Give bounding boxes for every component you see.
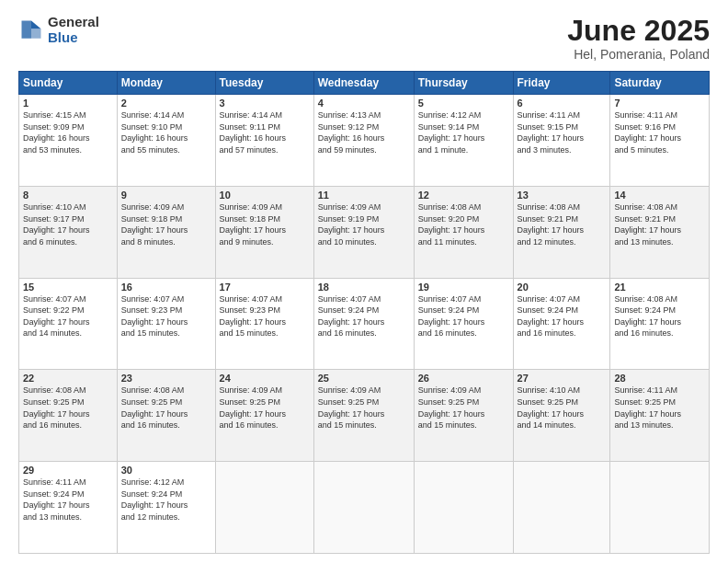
- page: General Blue June 2025 Hel, Pomerania, P…: [0, 0, 728, 563]
- day-info: Sunrise: 4:07 AM Sunset: 9:22 PM Dayligh…: [23, 293, 113, 339]
- calendar-week-row: 8Sunrise: 4:10 AM Sunset: 9:17 PM Daylig…: [19, 186, 710, 278]
- day-number: 21: [614, 282, 705, 293]
- day-info: Sunrise: 4:10 AM Sunset: 9:25 PM Dayligh…: [518, 385, 607, 431]
- day-number: 28: [614, 373, 705, 384]
- table-row: 28Sunrise: 4:11 AM Sunset: 9:25 PM Dayli…: [610, 370, 710, 462]
- logo-text: General Blue: [48, 15, 99, 45]
- table-row: [215, 462, 313, 554]
- day-number: 11: [318, 190, 410, 201]
- calendar-subtitle: Hel, Pomerania, Poland: [567, 47, 710, 62]
- table-row: 29Sunrise: 4:11 AM Sunset: 9:24 PM Dayli…: [19, 462, 118, 554]
- day-number: 1: [23, 98, 113, 109]
- day-info: Sunrise: 4:08 AM Sunset: 9:20 PM Dayligh…: [418, 201, 509, 247]
- day-number: 30: [121, 465, 211, 476]
- table-row: 11Sunrise: 4:09 AM Sunset: 9:19 PM Dayli…: [313, 186, 414, 278]
- table-row: 24Sunrise: 4:09 AM Sunset: 9:25 PM Dayli…: [215, 370, 313, 462]
- day-number: 19: [418, 282, 509, 293]
- table-row: 6Sunrise: 4:11 AM Sunset: 9:15 PM Daylig…: [513, 95, 610, 187]
- calendar-table: Sunday Monday Tuesday Wednesday Thursday…: [18, 71, 710, 554]
- day-number: 26: [418, 373, 509, 384]
- day-number: 17: [220, 282, 310, 293]
- day-info: Sunrise: 4:12 AM Sunset: 9:24 PM Dayligh…: [121, 477, 211, 523]
- table-row: 4Sunrise: 4:13 AM Sunset: 9:12 PM Daylig…: [313, 95, 414, 187]
- day-number: 23: [121, 373, 211, 384]
- day-number: 13: [518, 190, 607, 201]
- day-info: Sunrise: 4:07 AM Sunset: 9:24 PM Dayligh…: [318, 293, 410, 339]
- day-info: Sunrise: 4:07 AM Sunset: 9:24 PM Dayligh…: [518, 293, 607, 339]
- day-number: 15: [23, 282, 113, 293]
- calendar-week-row: 29Sunrise: 4:11 AM Sunset: 9:24 PM Dayli…: [19, 462, 710, 554]
- logo-icon: [18, 17, 44, 43]
- header-saturday: Saturday: [610, 72, 710, 95]
- calendar-week-row: 15Sunrise: 4:07 AM Sunset: 9:22 PM Dayli…: [19, 278, 710, 370]
- header-sunday: Sunday: [19, 72, 118, 95]
- header-monday: Monday: [117, 72, 215, 95]
- day-number: 2: [121, 98, 211, 109]
- table-row: 17Sunrise: 4:07 AM Sunset: 9:23 PM Dayli…: [215, 278, 313, 370]
- svg-marker-1: [31, 29, 41, 39]
- day-number: 3: [220, 98, 310, 109]
- day-number: 9: [121, 190, 211, 201]
- table-row: 20Sunrise: 4:07 AM Sunset: 9:24 PM Dayli…: [513, 278, 610, 370]
- calendar-title: June 2025: [567, 15, 710, 47]
- table-row: 27Sunrise: 4:10 AM Sunset: 9:25 PM Dayli…: [513, 370, 610, 462]
- day-info: Sunrise: 4:09 AM Sunset: 9:25 PM Dayligh…: [418, 385, 509, 431]
- day-number: 14: [614, 190, 705, 201]
- calendar-header-row: Sunday Monday Tuesday Wednesday Thursday…: [19, 72, 710, 95]
- header-tuesday: Tuesday: [215, 72, 313, 95]
- logo-general-label: General: [48, 15, 99, 30]
- day-number: 18: [318, 282, 410, 293]
- table-row: 2Sunrise: 4:14 AM Sunset: 9:10 PM Daylig…: [117, 95, 215, 187]
- day-number: 6: [518, 98, 607, 109]
- table-row: 15Sunrise: 4:07 AM Sunset: 9:22 PM Dayli…: [19, 278, 118, 370]
- day-number: 5: [418, 98, 509, 109]
- day-info: Sunrise: 4:07 AM Sunset: 9:24 PM Dayligh…: [418, 293, 509, 339]
- day-info: Sunrise: 4:08 AM Sunset: 9:21 PM Dayligh…: [614, 201, 705, 247]
- table-row: 16Sunrise: 4:07 AM Sunset: 9:23 PM Dayli…: [117, 278, 215, 370]
- day-number: 25: [318, 373, 410, 384]
- day-info: Sunrise: 4:11 AM Sunset: 9:24 PM Dayligh…: [23, 477, 113, 523]
- day-info: Sunrise: 4:14 AM Sunset: 9:10 PM Dayligh…: [121, 109, 211, 155]
- table-row: 19Sunrise: 4:07 AM Sunset: 9:24 PM Dayli…: [414, 278, 513, 370]
- day-number: 24: [220, 373, 310, 384]
- logo-blue-label: Blue: [48, 30, 99, 46]
- table-row: 7Sunrise: 4:11 AM Sunset: 9:16 PM Daylig…: [610, 95, 710, 187]
- day-info: Sunrise: 4:07 AM Sunset: 9:23 PM Dayligh…: [220, 293, 310, 339]
- day-info: Sunrise: 4:08 AM Sunset: 9:25 PM Dayligh…: [121, 385, 211, 431]
- table-row: 25Sunrise: 4:09 AM Sunset: 9:25 PM Dayli…: [313, 370, 414, 462]
- day-number: 8: [23, 190, 113, 201]
- day-info: Sunrise: 4:11 AM Sunset: 9:25 PM Dayligh…: [614, 385, 705, 431]
- table-row: 22Sunrise: 4:08 AM Sunset: 9:25 PM Dayli…: [19, 370, 118, 462]
- day-info: Sunrise: 4:10 AM Sunset: 9:17 PM Dayligh…: [23, 201, 113, 247]
- day-info: Sunrise: 4:15 AM Sunset: 9:09 PM Dayligh…: [23, 109, 113, 155]
- day-info: Sunrise: 4:08 AM Sunset: 9:21 PM Dayligh…: [518, 201, 607, 247]
- table-row: 18Sunrise: 4:07 AM Sunset: 9:24 PM Dayli…: [313, 278, 414, 370]
- table-row: 10Sunrise: 4:09 AM Sunset: 9:18 PM Dayli…: [215, 186, 313, 278]
- day-info: Sunrise: 4:09 AM Sunset: 9:25 PM Dayligh…: [220, 385, 310, 431]
- day-number: 27: [518, 373, 607, 384]
- day-number: 12: [418, 190, 509, 201]
- table-row: 23Sunrise: 4:08 AM Sunset: 9:25 PM Dayli…: [117, 370, 215, 462]
- calendar-week-row: 1Sunrise: 4:15 AM Sunset: 9:09 PM Daylig…: [19, 95, 710, 187]
- table-row: 26Sunrise: 4:09 AM Sunset: 9:25 PM Dayli…: [414, 370, 513, 462]
- header-wednesday: Wednesday: [313, 72, 414, 95]
- table-row: 12Sunrise: 4:08 AM Sunset: 9:20 PM Dayli…: [414, 186, 513, 278]
- table-row: 1Sunrise: 4:15 AM Sunset: 9:09 PM Daylig…: [19, 95, 118, 187]
- day-number: 7: [614, 98, 705, 109]
- day-info: Sunrise: 4:12 AM Sunset: 9:14 PM Dayligh…: [418, 109, 509, 155]
- table-row: 3Sunrise: 4:14 AM Sunset: 9:11 PM Daylig…: [215, 95, 313, 187]
- table-row: 9Sunrise: 4:09 AM Sunset: 9:18 PM Daylig…: [117, 186, 215, 278]
- calendar-week-row: 22Sunrise: 4:08 AM Sunset: 9:25 PM Dayli…: [19, 370, 710, 462]
- table-row: [513, 462, 610, 554]
- day-info: Sunrise: 4:11 AM Sunset: 9:16 PM Dayligh…: [614, 109, 705, 155]
- header: General Blue June 2025 Hel, Pomerania, P…: [18, 15, 710, 62]
- table-row: [313, 462, 414, 554]
- table-row: 14Sunrise: 4:08 AM Sunset: 9:21 PM Dayli…: [610, 186, 710, 278]
- day-info: Sunrise: 4:11 AM Sunset: 9:15 PM Dayligh…: [518, 109, 607, 155]
- day-number: 16: [121, 282, 211, 293]
- svg-marker-0: [31, 20, 41, 29]
- day-number: 29: [23, 465, 113, 476]
- header-friday: Friday: [513, 72, 610, 95]
- day-info: Sunrise: 4:08 AM Sunset: 9:25 PM Dayligh…: [23, 385, 113, 431]
- day-info: Sunrise: 4:08 AM Sunset: 9:24 PM Dayligh…: [614, 293, 705, 339]
